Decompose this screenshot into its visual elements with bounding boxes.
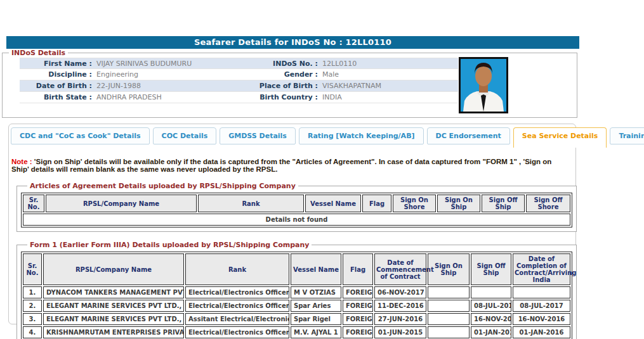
aoa-header-sign-off-ship: Sign Off Ship: [482, 195, 525, 212]
date-of-birth-value: 22-JUN-1988: [92, 80, 210, 91]
sr-no-cell: 4.: [23, 326, 42, 338]
flag-cell: FOREIGN: [343, 286, 373, 298]
date-commencement-cell: 11-DEC-2016: [374, 300, 426, 312]
tab-coc-details[interactable]: COC Details: [153, 127, 217, 144]
aoa-header-row: Sr. No. RPSL/Company Name Rank Vessel Na…: [23, 195, 570, 212]
company-cell: DYNACOM TANKERS MANAGEMENT PVT.LTD.: [43, 286, 184, 298]
birth-state-label: Birth State :: [20, 92, 92, 103]
gender-value: Male: [318, 69, 458, 80]
rank-cell: Assitant Electrical/Electronics Officer: [185, 313, 289, 325]
table-row: 1. DYNACOM TANKERS MANAGEMENT PVT.LTD. E…: [23, 286, 570, 298]
tab-training-details[interactable]: Training Details: [610, 127, 644, 144]
form1-header-flag: Flag: [343, 253, 373, 285]
rank-cell: Electrical/Electronics Officer: [185, 326, 289, 338]
sign-on-ship-note: Note : 'Sign on Ship' details will be av…: [11, 158, 570, 173]
indos-no-label: INDoS No. :: [210, 58, 318, 69]
date-commencement-cell: 27-JUN-2016: [374, 313, 426, 325]
articles-of-agreement-legend: Articles of Agreement Details uploaded b…: [27, 182, 298, 190]
seafarer-photo: [459, 57, 508, 113]
flag-cell: FOREIGN: [343, 326, 373, 338]
first-name-value: VIJAY SRINIVAS BUDUMURU: [92, 58, 210, 69]
date-commencement-cell: 01-JUN-2015: [374, 326, 426, 338]
place-of-birth-label: Place of Birth :: [210, 80, 318, 91]
aoa-header-company: RPSL/Company Name: [46, 195, 197, 212]
indos-details-legend: INDoS Details: [9, 49, 68, 57]
sign-off-ship-cell: [471, 286, 511, 298]
form1-header-row: Sr. No. RPSL/Company Name Rank Vessel Na…: [23, 253, 570, 285]
vessel-cell: M V OTZIAS: [291, 286, 341, 298]
date-completion-cell: 01-JAN-2016: [513, 326, 570, 338]
page-title: Seafarer Details for INDoS No : 12LL0110: [6, 36, 579, 49]
date-completion-cell: [513, 286, 570, 298]
company-cell: ELEGANT MARINE SERVICES PVT LTD.,: [43, 300, 184, 312]
tab-cdc-coc-as-cook-details[interactable]: CDC and "CoC as Cook" Details: [11, 127, 150, 144]
sea-service-tab-panel: CDC and "CoC as Cook" Details COC Detail…: [8, 124, 576, 324]
company-cell: KRISHNAMRUTAM ENTERPRISES PRIVATE LIMITE…: [43, 326, 184, 338]
form1-header-sr-no: Sr. No.: [23, 253, 42, 285]
tab-bar: CDC and "CoC as Cook" Details COC Detail…: [11, 127, 575, 148]
aoa-header-sign-on-shore: Sign On Shore: [393, 195, 436, 212]
form1-header-vessel: Vessel Name: [291, 253, 341, 285]
note-text: 'Sign on Ship' details will be available…: [11, 158, 551, 173]
first-name-label: First Name :: [20, 58, 92, 69]
aoa-empty-row: Details not found: [23, 214, 570, 226]
form1-header-date-commencement: Date of Commencement of Contract: [374, 253, 426, 285]
tab-gmdss-details[interactable]: GMDSS Details: [220, 127, 296, 144]
sr-no-cell: 1.: [23, 286, 42, 298]
aoa-header-rank: Rank: [198, 195, 304, 212]
table-row: 3. ELEGANT MARINE SERVICES PVT LTD., Ass…: [23, 313, 570, 325]
date-completion-cell: 16-NOV-2016: [513, 313, 570, 325]
date-commencement-cell: 06-NOV-2017: [374, 286, 426, 298]
form1-header-sign-off-ship: Sign Off Ship: [471, 253, 511, 285]
rank-cell: Electrical/Electronics Officer: [185, 286, 289, 298]
sr-no-cell: 2.: [23, 300, 42, 312]
tab-rating-watch-keeping-ab[interactable]: Rating [Watch Keeping/AB]: [299, 127, 424, 144]
sr-no-cell: 3.: [23, 313, 42, 325]
indos-row-first-name: First Name : VIJAY SRINIVAS BUDUMURU IND…: [20, 58, 458, 69]
form1-fieldset: Form 1 (Earlier Form IIIA) Details uploa…: [16, 241, 577, 339]
flag-cell: FOREIGN: [343, 300, 373, 312]
rank-cell: Electrical/Electronics Officer: [185, 300, 289, 312]
indos-row-birth-state: Birth State : ANDHRA PRADESH Birth Count…: [20, 92, 458, 103]
articles-of-agreement-table: Sr. No. RPSL/Company Name Rank Vessel Na…: [21, 193, 572, 227]
tab-sea-service-details[interactable]: Sea Service Details: [513, 127, 607, 148]
aoa-header-sr-no: Sr. No.: [23, 195, 44, 212]
birth-state-value: ANDHRA PRADESH: [92, 92, 210, 103]
place-of-birth-value: VISAKHAPATNAM: [318, 80, 458, 91]
note-prefix: Note :: [11, 158, 32, 165]
form1-table: Sr. No. RPSL/Company Name Rank Vessel Na…: [21, 252, 572, 339]
company-cell: ELEGANT MARINE SERVICES PVT LTD.,: [43, 313, 184, 325]
flag-cell: FOREIGN: [343, 313, 373, 325]
indos-row-discipline: Discipline : Engineering Gender : Male: [20, 69, 458, 80]
vessel-cell: Spar Rigel: [291, 313, 341, 325]
tab-dc-endorsement[interactable]: DC Endorsement: [427, 127, 510, 144]
aoa-header-sign-off-shore: Sign Off Shore: [526, 195, 570, 212]
date-of-birth-label: Date of Birth :: [20, 80, 92, 91]
date-completion-cell: 08-JUL-2017: [513, 300, 570, 312]
seafarer-photo-image: [461, 59, 506, 112]
sign-off-ship-cell: 01-JAN-2016: [471, 326, 511, 338]
aoa-header-flag: Flag: [362, 195, 391, 212]
sign-on-ship-cell: [428, 313, 470, 325]
sign-off-ship-cell: 16-NOV-2016: [471, 313, 511, 325]
form1-header-date-completion: Date of Completion of Contract/Arriving …: [513, 253, 570, 285]
table-row: 4. KRISHNAMRUTAM ENTERPRISES PRIVATE LIM…: [23, 326, 570, 338]
discipline-value: Engineering: [92, 69, 210, 80]
discipline-label: Discipline :: [20, 69, 92, 80]
table-row: 2. ELEGANT MARINE SERVICES PVT LTD., Ele…: [23, 300, 570, 312]
gender-label: Gender :: [210, 69, 318, 80]
form1-header-rank: Rank: [185, 253, 289, 285]
details-not-found-message: Details not found: [23, 214, 570, 226]
sign-on-ship-cell: [428, 300, 470, 312]
vessel-cell: M.V. AJYAL 1: [291, 326, 341, 338]
sign-on-ship-cell: [428, 326, 470, 338]
articles-of-agreement-fieldset: Articles of Agreement Details uploaded b…: [16, 182, 577, 232]
form1-legend: Form 1 (Earlier Form IIIA) Details uploa…: [27, 241, 312, 249]
aoa-header-vessel: Vessel Name: [305, 195, 361, 212]
indos-row-date-of-birth: Date of Birth : 22-JUN-1988 Place of Bir…: [20, 80, 458, 92]
vessel-cell: Spar Aries: [291, 300, 341, 312]
sign-off-ship-cell: 08-JUL-2017: [471, 300, 511, 312]
form1-header-company: RPSL/Company Name: [43, 253, 184, 285]
birth-country-label: Birth Country :: [210, 92, 318, 103]
birth-country-value: INDIA: [318, 92, 458, 103]
